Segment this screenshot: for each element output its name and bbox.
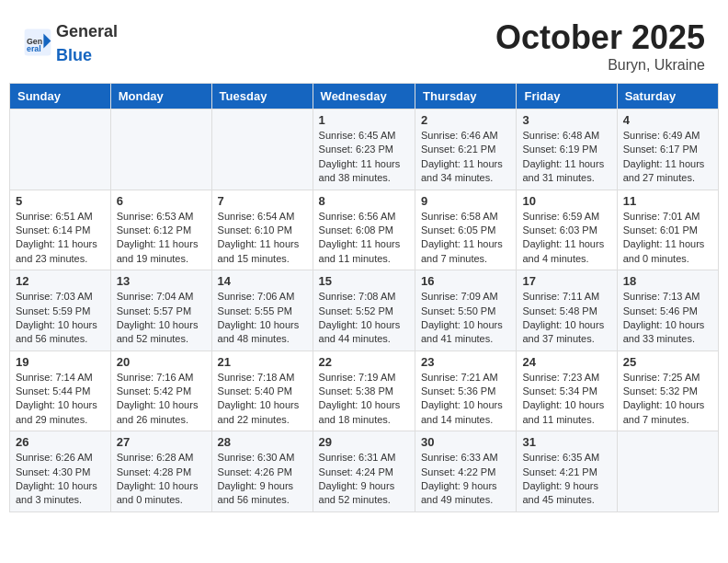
day-number: 4 xyxy=(623,113,712,127)
day-number: 30 xyxy=(421,435,510,449)
day-number: 11 xyxy=(623,194,712,208)
calendar-cell: 20Sunrise: 7:16 AMSunset: 5:42 PMDayligh… xyxy=(110,350,211,431)
day-number: 2 xyxy=(421,113,510,127)
weekday-header-thursday: Thursday xyxy=(415,84,517,109)
cell-content: Sunrise: 6:28 AMSunset: 4:28 PMDaylight:… xyxy=(117,451,206,508)
cell-content: Sunrise: 7:25 AMSunset: 5:32 PMDaylight:… xyxy=(623,371,712,428)
cell-content: Sunrise: 7:01 AMSunset: 6:01 PMDaylight:… xyxy=(623,210,712,267)
cell-content: Sunrise: 6:45 AMSunset: 6:23 PMDaylight:… xyxy=(319,129,409,186)
cell-content: Sunrise: 7:03 AMSunset: 5:59 PMDaylight:… xyxy=(16,290,105,347)
day-number: 27 xyxy=(117,435,206,449)
day-number: 16 xyxy=(421,274,510,288)
cell-content: Sunrise: 6:26 AMSunset: 4:30 PMDaylight:… xyxy=(16,451,105,508)
cell-content: Sunrise: 7:19 AMSunset: 5:38 PMDaylight:… xyxy=(319,371,409,428)
weekday-header-sunday: Sunday xyxy=(10,84,111,109)
day-number: 25 xyxy=(623,355,712,369)
cell-content: Sunrise: 6:54 AMSunset: 6:10 PMDaylight:… xyxy=(218,210,307,267)
day-number: 15 xyxy=(319,274,409,288)
calendar-cell: 10Sunrise: 6:59 AMSunset: 6:03 PMDayligh… xyxy=(517,190,617,270)
month-title: October 2025 xyxy=(495,18,705,57)
calendar-cell: 19Sunrise: 7:14 AMSunset: 5:44 PMDayligh… xyxy=(10,350,111,431)
calendar-cell: 27Sunrise: 6:28 AMSunset: 4:28 PMDayligh… xyxy=(110,431,211,512)
calendar-cell: 13Sunrise: 7:04 AMSunset: 5:57 PMDayligh… xyxy=(110,270,211,351)
day-number: 5 xyxy=(16,194,105,208)
calendar-cell: 25Sunrise: 7:25 AMSunset: 5:32 PMDayligh… xyxy=(617,350,718,431)
calendar-cell: 6Sunrise: 6:53 AMSunset: 6:12 PMDaylight… xyxy=(110,190,211,270)
day-number: 28 xyxy=(218,435,307,449)
week-row-2: 5Sunrise: 6:51 AMSunset: 6:14 PMDaylight… xyxy=(10,190,719,270)
day-number: 24 xyxy=(522,355,610,369)
location: Buryn, Ukraine xyxy=(495,57,705,74)
calendar-cell: 30Sunrise: 6:33 AMSunset: 4:22 PMDayligh… xyxy=(415,431,517,512)
day-number: 20 xyxy=(117,355,206,369)
calendar-cell: 16Sunrise: 7:09 AMSunset: 5:50 PMDayligh… xyxy=(415,270,517,351)
calendar-cell: 21Sunrise: 7:18 AMSunset: 5:40 PMDayligh… xyxy=(211,350,313,431)
calendar-cell: 28Sunrise: 6:30 AMSunset: 4:26 PMDayligh… xyxy=(211,431,313,512)
calendar-cell: 1Sunrise: 6:45 AMSunset: 6:23 PMDaylight… xyxy=(313,109,415,190)
day-number: 3 xyxy=(522,113,610,127)
day-number: 29 xyxy=(319,435,409,449)
day-number: 22 xyxy=(319,355,409,369)
day-number: 31 xyxy=(522,435,610,449)
day-number: 1 xyxy=(319,113,409,127)
week-row-5: 26Sunrise: 6:26 AMSunset: 4:30 PMDayligh… xyxy=(10,431,719,512)
svg-text:eral: eral xyxy=(27,44,41,53)
logo-blue: Blue xyxy=(56,46,92,64)
week-row-1: 1Sunrise: 6:45 AMSunset: 6:23 PMDaylight… xyxy=(10,109,719,190)
weekday-header-tuesday: Tuesday xyxy=(211,84,313,109)
day-number: 10 xyxy=(522,194,610,208)
cell-content: Sunrise: 7:08 AMSunset: 5:52 PMDaylight:… xyxy=(319,290,409,347)
logo-icon: Gen eral xyxy=(23,28,52,57)
day-number: 26 xyxy=(16,435,105,449)
calendar-cell: 24Sunrise: 7:23 AMSunset: 5:34 PMDayligh… xyxy=(517,350,617,431)
day-number: 18 xyxy=(623,274,712,288)
calendar-cell: 2Sunrise: 6:46 AMSunset: 6:21 PMDaylight… xyxy=(415,109,517,190)
cell-content: Sunrise: 7:06 AMSunset: 5:55 PMDaylight:… xyxy=(218,290,307,347)
cell-content: Sunrise: 6:59 AMSunset: 6:03 PMDaylight:… xyxy=(522,210,610,267)
cell-content: Sunrise: 7:14 AMSunset: 5:44 PMDaylight:… xyxy=(16,371,105,428)
cell-content: Sunrise: 7:11 AMSunset: 5:48 PMDaylight:… xyxy=(522,290,610,347)
page-header: Gen eral General Blue October 2025 Buryn… xyxy=(9,9,719,78)
calendar-cell: 22Sunrise: 7:19 AMSunset: 5:38 PMDayligh… xyxy=(313,350,415,431)
calendar-cell: 29Sunrise: 6:31 AMSunset: 4:24 PMDayligh… xyxy=(313,431,415,512)
weekday-header-saturday: Saturday xyxy=(617,84,718,109)
cell-content: Sunrise: 7:13 AMSunset: 5:46 PMDaylight:… xyxy=(623,290,712,347)
calendar-cell: 9Sunrise: 6:58 AMSunset: 6:05 PMDaylight… xyxy=(415,190,517,270)
calendar-cell: 8Sunrise: 6:56 AMSunset: 6:08 PMDaylight… xyxy=(313,190,415,270)
cell-content: Sunrise: 7:21 AMSunset: 5:36 PMDaylight:… xyxy=(421,371,510,428)
cell-content: Sunrise: 6:48 AMSunset: 6:19 PMDaylight:… xyxy=(522,129,610,186)
calendar-table: SundayMondayTuesdayWednesdayThursdayFrid… xyxy=(9,83,719,512)
calendar-cell xyxy=(10,109,111,190)
day-number: 9 xyxy=(421,194,510,208)
cell-content: Sunrise: 6:33 AMSunset: 4:22 PMDaylight:… xyxy=(421,451,510,508)
day-number: 17 xyxy=(522,274,610,288)
day-number: 12 xyxy=(16,274,105,288)
cell-content: Sunrise: 7:18 AMSunset: 5:40 PMDaylight:… xyxy=(218,371,307,428)
calendar-cell: 12Sunrise: 7:03 AMSunset: 5:59 PMDayligh… xyxy=(10,270,111,351)
cell-content: Sunrise: 6:35 AMSunset: 4:21 PMDaylight:… xyxy=(522,451,610,508)
cell-content: Sunrise: 6:46 AMSunset: 6:21 PMDaylight:… xyxy=(421,129,510,186)
day-number: 19 xyxy=(16,355,105,369)
calendar-cell: 15Sunrise: 7:08 AMSunset: 5:52 PMDayligh… xyxy=(313,270,415,351)
cell-content: Sunrise: 6:58 AMSunset: 6:05 PMDaylight:… xyxy=(421,210,510,267)
calendar-cell: 17Sunrise: 7:11 AMSunset: 5:48 PMDayligh… xyxy=(517,270,617,351)
day-number: 8 xyxy=(319,194,409,208)
cell-content: Sunrise: 7:23 AMSunset: 5:34 PMDaylight:… xyxy=(522,371,610,428)
day-number: 21 xyxy=(218,355,307,369)
cell-content: Sunrise: 6:30 AMSunset: 4:26 PMDaylight:… xyxy=(218,451,307,508)
week-row-4: 19Sunrise: 7:14 AMSunset: 5:44 PMDayligh… xyxy=(10,350,719,431)
cell-content: Sunrise: 7:16 AMSunset: 5:42 PMDaylight:… xyxy=(117,371,206,428)
cell-content: Sunrise: 6:31 AMSunset: 4:24 PMDaylight:… xyxy=(319,451,409,508)
weekday-header-row: SundayMondayTuesdayWednesdayThursdayFrid… xyxy=(10,84,719,109)
cell-content: Sunrise: 7:09 AMSunset: 5:50 PMDaylight:… xyxy=(421,290,510,347)
day-number: 6 xyxy=(117,194,206,208)
cell-content: Sunrise: 7:04 AMSunset: 5:57 PMDaylight:… xyxy=(117,290,206,347)
calendar-cell: 3Sunrise: 6:48 AMSunset: 6:19 PMDaylight… xyxy=(517,109,617,190)
calendar-cell: 31Sunrise: 6:35 AMSunset: 4:21 PMDayligh… xyxy=(517,431,617,512)
calendar-cell xyxy=(110,109,211,190)
logo-general: General xyxy=(56,22,118,40)
weekday-header-friday: Friday xyxy=(517,84,617,109)
logo: Gen eral General Blue xyxy=(23,18,118,66)
title-block: October 2025 Buryn, Ukraine xyxy=(495,18,705,74)
calendar-cell: 5Sunrise: 6:51 AMSunset: 6:14 PMDaylight… xyxy=(10,190,111,270)
